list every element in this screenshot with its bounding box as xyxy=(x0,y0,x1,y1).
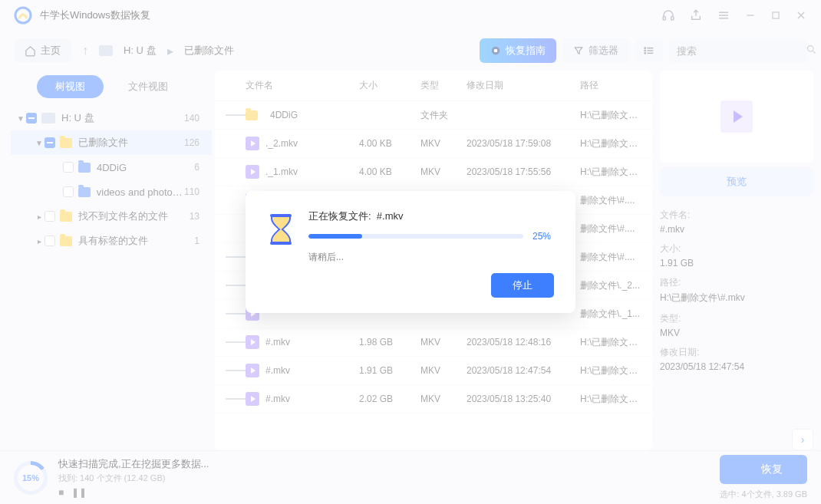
dialog-wait-text: 请稍后... xyxy=(308,251,554,264)
hourglass-icon xyxy=(267,212,295,246)
modal-overlay: 正在恢复文件: #.mkv 25% 请稍后... 停止 xyxy=(0,0,821,504)
dialog-title: 正在恢复文件: #.mkv xyxy=(308,209,554,223)
svg-rect-20 xyxy=(270,214,292,217)
recovery-dialog: 正在恢复文件: #.mkv 25% 请稍后... 停止 xyxy=(246,191,575,313)
dialog-progress-bar xyxy=(308,234,523,239)
dialog-percent: 25% xyxy=(532,231,551,242)
svg-rect-21 xyxy=(270,242,292,245)
dialog-stop-button[interactable]: 停止 xyxy=(491,273,554,298)
